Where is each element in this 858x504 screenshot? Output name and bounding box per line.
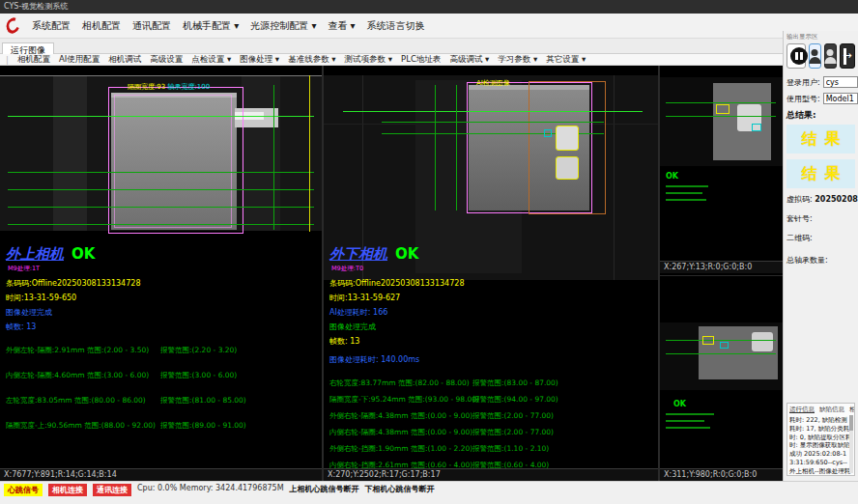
bearing-count-row: 总轴承数量: bbox=[786, 255, 855, 266]
ai-time-line: AI处理耗时: 166 bbox=[329, 307, 656, 318]
comm-status-badge: 通讯连接 bbox=[93, 484, 131, 496]
info-tab-run[interactable]: 运行信息 bbox=[789, 406, 815, 414]
measurement-value: 内侧右轮-隔圈:4.38mm 范围:(0.00 - 9.00) bbox=[329, 428, 472, 436]
result-display-top: 结果 bbox=[786, 125, 855, 154]
camera-view-inner-top: OK X:267;Y:13;R:0;G:0;B:0 bbox=[660, 66, 783, 273]
camera-substatus: M9处理:T0 bbox=[331, 265, 656, 273]
width-annotation: 隔圈宽度:93 bbox=[128, 83, 165, 91]
measurement-row: 右轮宽度:83.77mm 范围:(82.00 - 88.00)报警范围:(83.… bbox=[329, 378, 656, 395]
brand-logo-icon bbox=[5, 14, 22, 36]
login-user-button[interactable] bbox=[809, 43, 821, 69]
model-label: 使用型号: bbox=[786, 94, 820, 104]
machine-post bbox=[242, 76, 280, 231]
toolbar: | 相机配置 AI使用配置 相机调试 高级设置 点检设置 ▾ 图像处理 ▾ 基准… bbox=[0, 54, 783, 66]
alarm-range: 报警范围:(89.00 - 91.00) bbox=[160, 421, 246, 431]
measurement-row: 隔圈宽度-下:95.24mm 范围:(93.00 - 98.00)报警范围:(9… bbox=[329, 395, 656, 411]
toolbar-baseline-params[interactable]: 基准线参数 ▾ bbox=[288, 54, 335, 66]
ai-image-label: AI检测图像 bbox=[476, 78, 510, 88]
reference-vline-yellow bbox=[309, 75, 310, 232]
measurement-value: 右轮宽度:83.77mm 范围:(82.00 - 88.00) bbox=[329, 378, 470, 387]
measurement-value: 外侧右轮-挡圈:1.90mm 范围:(1.00 - 2.20) bbox=[329, 444, 472, 453]
pause-icon bbox=[790, 47, 808, 65]
toolbar-ai-usage-config[interactable]: AI使用配置 bbox=[59, 54, 100, 66]
highlight-spot bbox=[752, 332, 773, 351]
model-field[interactable] bbox=[823, 93, 858, 104]
measurement-value: 左轮宽度:83.05mm 范围:(80.00 - 86.00) bbox=[6, 396, 146, 405]
window-title: CYS-视觉检测系统 bbox=[4, 2, 68, 11]
panel-header: 输出显示区 bbox=[786, 33, 855, 42]
camera-image-inner-top[interactable]: OK bbox=[660, 66, 783, 261]
camera-image-inner-bottom[interactable]: OK bbox=[660, 276, 783, 468]
toolbar-learning-params[interactable]: 学习参数 ▾ bbox=[498, 54, 537, 66]
status-ok: OK bbox=[666, 172, 678, 181]
info-tab-defect[interactable]: 缺陷信息 bbox=[819, 406, 844, 414]
measure-line-green bbox=[382, 122, 604, 123]
menu-camera-config[interactable]: 相机配置 bbox=[82, 19, 121, 33]
menu-system-config[interactable]: 系统配置 bbox=[32, 19, 71, 33]
alarm-range: 报警范围:(83.00 - 87.00) bbox=[472, 378, 558, 388]
menu-view[interactable]: 查看 ▾ bbox=[328, 19, 355, 33]
result-text-top: 结果 bbox=[794, 129, 848, 150]
toolbar-plc-address-table[interactable]: PLC地址表 bbox=[401, 54, 441, 66]
process-done-line: 图像处理完成 bbox=[329, 322, 656, 332]
image-annotation-label: 隔圈宽度:93 轴承宽度:100 bbox=[128, 82, 210, 92]
result-microtext bbox=[666, 185, 710, 206]
toolbar-advanced-settings[interactable]: 高级设置 bbox=[150, 54, 183, 66]
window-titlebar: CYS-视觉检测系统 bbox=[0, 0, 858, 14]
toolbar-test-params[interactable]: 测试项参数 ▾ bbox=[345, 54, 392, 66]
marker-rect-cyan bbox=[752, 124, 761, 131]
toolbar-camera-config[interactable]: 相机配置 bbox=[17, 54, 50, 66]
barcode-line: 条码码:Offline20250308133134728 bbox=[6, 278, 320, 289]
menu-language-switch[interactable]: 系统语言切换 bbox=[367, 19, 425, 33]
measurement-row: 内侧右轮-隔圈:4.38mm 范围:(0.00 - 9.00)报警范围:(2.0… bbox=[329, 428, 656, 444]
marker-rect-yellow bbox=[716, 104, 729, 114]
login-user-field[interactable] bbox=[823, 76, 858, 88]
toolbar-camera-debug[interactable]: 相机调试 bbox=[108, 54, 141, 66]
camera-name: 外下相机 bbox=[329, 245, 387, 263]
toolbar-spot-check[interactable]: 点检设置 ▾ bbox=[191, 54, 231, 66]
process-time-line: 图像处理耗时: 140.00ms bbox=[329, 354, 656, 365]
measure-line-green bbox=[343, 111, 643, 112]
barcode-line: 条码码:Offline20250308133134728 bbox=[329, 278, 656, 289]
camera-substatus: M9处理:1T bbox=[8, 265, 320, 273]
pin-number-row: 套针号: bbox=[786, 213, 855, 224]
alarm-range: 报警范围:(2.00 - 77.00) bbox=[472, 411, 554, 421]
login-user-label: 登录用户: bbox=[786, 77, 820, 88]
measurement-value: 隔圈宽度-下:95.24mm 范围:(93.00 - 98.00) bbox=[329, 395, 479, 404]
operator-icon bbox=[827, 49, 834, 56]
virtual-code-value: 20250208 bbox=[815, 195, 858, 204]
alarm-range: 报警范围:(94.00 - 97.00) bbox=[472, 395, 558, 405]
menu-comm-config[interactable]: 通讯配置 bbox=[132, 19, 171, 33]
measure-vline-green bbox=[456, 85, 457, 210]
log-scrollbar[interactable] bbox=[849, 415, 853, 473]
measure-line-green bbox=[8, 116, 314, 117]
menu-robot-config[interactable]: 机械手配置 ▾ bbox=[183, 19, 239, 33]
operator-button[interactable] bbox=[824, 43, 837, 69]
exit-button[interactable]: → bbox=[840, 43, 855, 69]
measurement-list: 右轮宽度:83.77mm 范围:(82.00 - 88.00)报警范围:(83.… bbox=[329, 378, 656, 477]
measure-line-green bbox=[8, 189, 314, 190]
menu-light-config[interactable]: 光源控制配置 ▾ bbox=[250, 19, 316, 33]
defect-highlight bbox=[556, 156, 579, 180]
alarm-range: 报警范围:(2.00 - 77.00) bbox=[472, 428, 554, 437]
measurement-value: 内侧左轮-隔圈:4.60mm 范围:(3.00 - 6.00) bbox=[6, 371, 149, 379]
roi-rect-magenta-inner bbox=[114, 95, 232, 228]
pause-button[interactable] bbox=[786, 43, 806, 69]
width-annotation-2: 轴承宽度:100 bbox=[168, 83, 211, 91]
info-tabs: 运行信息 缺陷信息 相机信息 bbox=[789, 406, 852, 414]
info-tab-camera[interactable]: 相机信息 bbox=[849, 406, 855, 414]
measurement-row: 左轮宽度:83.05mm 范围:(80.00 - 86.00)报警范围:(81.… bbox=[6, 396, 320, 421]
pixel-coords-left: X:7677;Y:891;R:14;G:14;B:14 bbox=[0, 468, 322, 481]
measurement-row: 内侧左轮-隔圈:4.60mm 范围:(3.00 - 6.00)报警范围:(3.0… bbox=[6, 371, 320, 396]
toolbar-image-processing[interactable]: 图像处理 ▾ bbox=[240, 54, 279, 66]
pixel-coords-inner-bottom: X:311;Y:980;R:0;G:0;B:0 bbox=[660, 468, 783, 481]
measurement-value: 隔圈宽度-上:90.56mm 范围:(88.00 - 92.00) bbox=[6, 421, 156, 430]
defect-highlight bbox=[556, 126, 579, 151]
log-scrollbar-thumb[interactable] bbox=[849, 415, 853, 431]
measurement-row: 隔圈宽度-上:90.56mm 范围:(88.00 - 92.00)报警范围:(8… bbox=[6, 421, 320, 446]
toolbar-separator: | bbox=[6, 55, 9, 65]
upper-camera-heartbeat-status: 上相机心跳信号断开 bbox=[290, 484, 359, 494]
status-bar: 心跳信号 相机连接 通讯连接 Cpu: 0.0% Memory: 3424.41… bbox=[0, 481, 858, 504]
toolbar-advanced-debug[interactable]: 高级调试 ▾ bbox=[449, 54, 489, 66]
toolbar-other-settings[interactable]: 其它设置 ▾ bbox=[546, 54, 586, 66]
